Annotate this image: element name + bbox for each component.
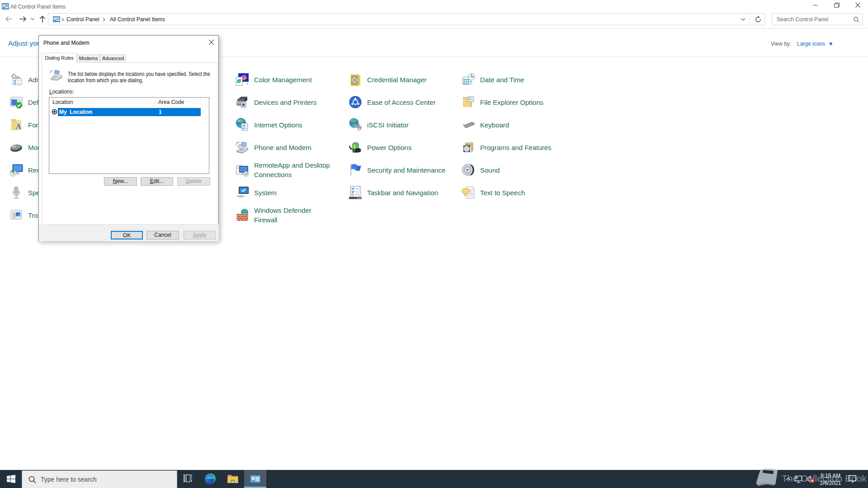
- svg-text:A: A: [16, 122, 21, 130]
